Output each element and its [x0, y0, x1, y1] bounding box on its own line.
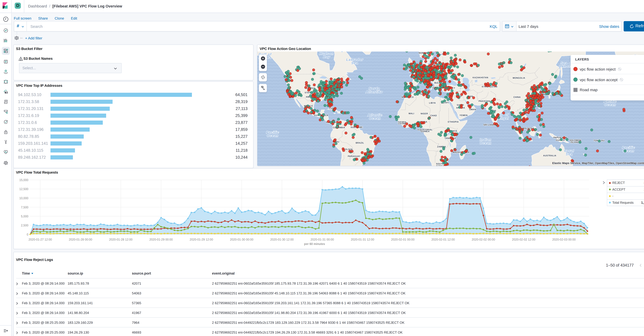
svg-text:Ocean: Ocean: [604, 103, 616, 107]
svg-text:CHAD: CHAD: [430, 114, 437, 117]
svg-text:2020-01-30 00:00: 2020-01-30 00:00: [230, 238, 253, 241]
svg-text:AUSTRALIA: AUSTRALIA: [543, 154, 556, 157]
svg-text:2020-01-29 12:00: 2020-01-29 12:00: [190, 238, 213, 241]
svg-text:LIBYA: LIBYA: [429, 102, 436, 104]
svg-text:NIGER: NIGER: [421, 112, 428, 115]
svg-text:KAZAKHSTAN: KAZAKHSTAN: [472, 76, 488, 79]
svg-text:15,000: 15,000: [19, 178, 28, 182]
svg-text:2020-01-28 00:00: 2020-01-28 00:00: [69, 238, 92, 241]
svg-text:Ocean: Ocean: [480, 141, 492, 145]
svg-text:10,000: 10,000: [19, 196, 28, 200]
svg-text:2020-01-29 00:00: 2020-01-29 00:00: [150, 238, 173, 241]
svg-text:2020-01-28 12:00: 2020-01-28 12:00: [109, 238, 132, 241]
svg-text:0: 0: [27, 233, 28, 236]
svg-text:LEONE: LEONE: [398, 122, 406, 125]
svg-text:2020-01-27 12:00: 2020-01-27 12:00: [28, 238, 52, 241]
svg-text:Atlantiko: Atlantiko: [366, 90, 383, 94]
svg-text:MALI: MALI: [408, 112, 414, 114]
svg-text:AFRICA: AFRICA: [436, 165, 444, 166]
svg-text:2020-01-30 12:00: 2020-01-30 12:00: [270, 238, 294, 241]
svg-text:PARAGUAY: PARAGUAY: [348, 155, 360, 158]
svg-text:BRAZIL: BRAZIL: [356, 142, 364, 144]
svg-text:PAKISTAN: PAKISTAN: [478, 100, 490, 102]
svg-text:per 60 minutes: per 60 minutes: [304, 242, 325, 246]
svg-text:2020-02-01 00:00: 2020-02-01 00:00: [391, 238, 414, 241]
svg-text:2020-01-31 00:00: 2020-01-31 00:00: [310, 238, 334, 241]
svg-text:2,500: 2,500: [21, 224, 28, 227]
svg-text:2020-02-01 12:00: 2020-02-01 12:00: [431, 238, 455, 241]
svg-text:12,500: 12,500: [19, 188, 28, 191]
svg-text:5,000: 5,000: [21, 215, 28, 218]
svg-text:Bay: Bay: [323, 55, 330, 59]
svg-text:2020-01-31 12:00: 2020-01-31 12:00: [351, 238, 374, 241]
svg-text:YEMEN: YEMEN: [460, 114, 468, 116]
svg-text:Ocean: Ocean: [369, 116, 381, 120]
svg-text:Sea: Sea: [566, 152, 573, 156]
svg-text:Sea: Sea: [351, 61, 358, 65]
svg-text:2020-02-02 00:00: 2020-02-02 00:00: [472, 238, 495, 241]
svg-text:MONGOLIA: MONGOLIA: [512, 77, 525, 79]
svg-text:7,500: 7,500: [21, 206, 28, 209]
svg-text:2020-02-02 12:00: 2020-02-02 12:00: [512, 238, 536, 241]
svg-text:ETHIOPIA: ETHIOPIA: [448, 121, 459, 123]
svg-text:GUINEA: GUINEA: [421, 130, 430, 132]
svg-text:CHINA: CHINA: [514, 96, 520, 98]
svg-text:2020-02-03 00:00: 2020-02-03 00:00: [552, 238, 576, 241]
svg-text:Ocean: Ocean: [267, 134, 278, 138]
